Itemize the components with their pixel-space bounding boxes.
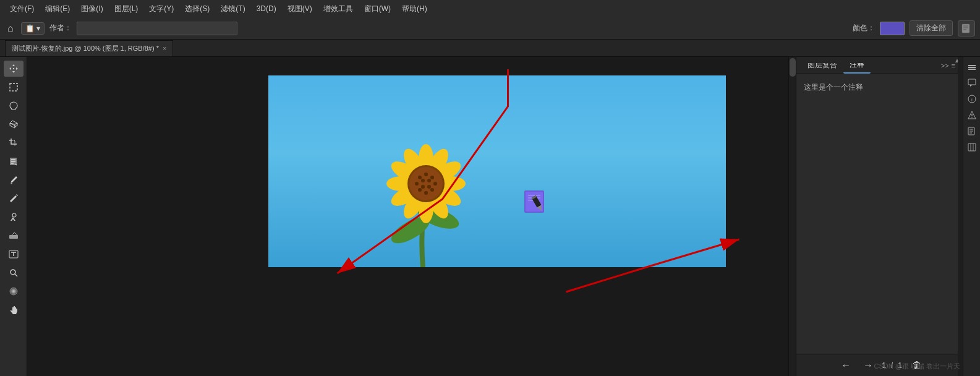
- preset-button[interactable]: 📋 ▾: [21, 22, 45, 35]
- svg-rect-5: [10, 83, 17, 91]
- tab-bar: 测试图片-恢复的.jpg @ 100% (图层 1, RGB/8#) * ×: [0, 40, 980, 57]
- transform-icon: [9, 119, 19, 129]
- menu-window[interactable]: 窗口(W): [359, 2, 396, 15]
- svg-point-32: [430, 188, 434, 192]
- color-swatch[interactable]: [880, 22, 905, 35]
- note-text: 这里是个一个注释: [804, 82, 955, 93]
- clear-all-button[interactable]: 清除全部: [910, 20, 953, 36]
- menu-file[interactable]: 文件(F): [5, 2, 39, 15]
- move-icon: [9, 64, 19, 74]
- far-right-icon-4[interactable]: [965, 108, 979, 122]
- svg-point-57: [971, 117, 973, 118]
- panel-scrollbar[interactable]: [958, 57, 963, 376]
- brush-icon: [9, 175, 19, 185]
- gradient-icon: [9, 286, 19, 296]
- svg-point-39: [421, 185, 425, 189]
- author-label: 作者：: [49, 23, 72, 33]
- far-right-icon-5[interactable]: [965, 124, 979, 139]
- svg-point-30: [430, 176, 434, 179]
- transform-tool[interactable]: [4, 116, 23, 132]
- clone-stamp-icon: [9, 212, 19, 222]
- menu-text[interactable]: 文字(Y): [144, 2, 179, 15]
- right-scrollbar[interactable]: [788, 57, 796, 376]
- hand-icon: [9, 305, 19, 315]
- crop-tool[interactable]: [4, 135, 23, 151]
- document-tab[interactable]: 测试图片-恢复的.jpg @ 100% (图层 1, RGB/8#) * ×: [5, 40, 173, 56]
- note-annotation-on-canvas[interactable]: [522, 188, 552, 218]
- menu-select[interactable]: 选择(S): [180, 2, 215, 15]
- svg-rect-8: [9, 235, 18, 239]
- svg-point-29: [424, 173, 428, 176]
- annotation-tool[interactable]: [4, 153, 23, 169]
- panel-collapse-area: ▲: [796, 57, 963, 63]
- far-right-icon-3[interactable]: i: [965, 92, 979, 106]
- svg-rect-0: [962, 24, 969, 33]
- far-right-icon-2[interactable]: [965, 75, 979, 90]
- scrollbar-thumb[interactable]: [790, 58, 796, 77]
- marquee-tool[interactable]: [4, 79, 23, 95]
- marquee-icon: [9, 82, 19, 92]
- svg-point-28: [409, 167, 443, 200]
- svg-point-33: [424, 191, 428, 195]
- type-tool[interactable]: [4, 246, 23, 262]
- author-input[interactable]: [77, 22, 237, 35]
- note-annotation-icon: [522, 188, 552, 218]
- channels-icon: [968, 143, 976, 152]
- note-tool-button[interactable]: [958, 20, 975, 36]
- svg-rect-62: [968, 143, 976, 151]
- svg-text:i: i: [971, 97, 973, 103]
- eraser-tool[interactable]: [4, 228, 23, 244]
- svg-point-12: [10, 288, 17, 295]
- comments-icon: [968, 79, 976, 87]
- note-list-icon: [968, 127, 976, 135]
- layers-icon: [968, 62, 976, 71]
- notes-content-area: 这里是个一个注释: [796, 74, 963, 354]
- menu-filter[interactable]: 滤镜(T): [216, 2, 250, 15]
- svg-point-31: [433, 182, 437, 186]
- tab-close-button[interactable]: ×: [163, 45, 166, 52]
- lasso-tool[interactable]: [4, 98, 23, 114]
- main-area: ▲ 图层复合 注释 >> ≡ 这里是个一个注释 ← → 1 / 1 🗑: [0, 57, 980, 376]
- move-tool[interactable]: [4, 61, 23, 77]
- toolbar: ⌂ 📋 ▾ 作者： 颜色： 清除全部: [0, 17, 980, 40]
- svg-rect-53: [968, 79, 976, 85]
- canvas-document: [268, 75, 726, 267]
- pen-tool[interactable]: [4, 190, 23, 207]
- far-right-panel: i: [963, 57, 980, 376]
- right-panel: ▲ 图层复合 注释 >> ≡ 这里是个一个注释 ← → 1 / 1 🗑: [796, 57, 963, 376]
- menu-layer[interactable]: 图层(L): [109, 2, 143, 15]
- prev-note-button[interactable]: ←: [837, 359, 854, 372]
- canvas-area[interactable]: [27, 57, 796, 376]
- info-icon: i: [968, 95, 976, 103]
- menu-view[interactable]: 视图(V): [283, 2, 317, 15]
- eraser-icon: [9, 231, 19, 241]
- far-right-icon-6[interactable]: [965, 140, 979, 155]
- svg-point-10: [11, 270, 15, 275]
- gradient-tool[interactable]: [4, 283, 23, 299]
- menu-3d[interactable]: 3D(D): [252, 3, 281, 14]
- svg-point-37: [427, 179, 431, 182]
- svg-point-36: [418, 176, 422, 179]
- menu-edit[interactable]: 编辑(E): [40, 2, 75, 15]
- svg-line-11: [15, 274, 17, 276]
- home-button[interactable]: ⌂: [5, 20, 16, 36]
- watermark: CSDN @跟 耿瑞 卷出一片天: [874, 362, 960, 371]
- svg-rect-4: [13, 68, 14, 69]
- hand-tool[interactable]: [4, 302, 23, 318]
- zoom-icon: [9, 268, 19, 278]
- alert-icon: [968, 111, 976, 119]
- brush-tool[interactable]: [4, 172, 23, 188]
- menu-help[interactable]: 帮助(H): [397, 2, 432, 15]
- tab-title: 测试图片-恢复的.jpg @ 100% (图层 1, RGB/8#) *: [12, 44, 159, 53]
- menu-plugins[interactable]: 增效工具: [318, 2, 358, 15]
- menu-image[interactable]: 图像(I): [76, 2, 108, 15]
- annotation-icon: [9, 156, 19, 166]
- zoom-tool[interactable]: [4, 265, 23, 281]
- clone-stamp-tool[interactable]: [4, 209, 23, 225]
- crop-icon: [9, 138, 19, 148]
- svg-rect-52: [968, 69, 976, 70]
- color-label: 颜色：: [853, 23, 875, 33]
- svg-point-35: [415, 182, 419, 186]
- note-icon: [961, 24, 971, 33]
- far-right-icon-1[interactable]: [965, 59, 979, 74]
